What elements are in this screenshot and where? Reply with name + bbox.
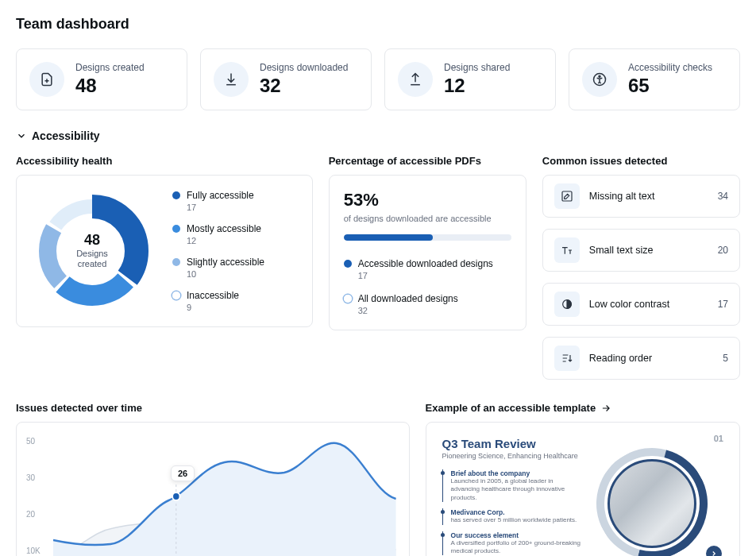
legend-ring-icon [172, 292, 180, 299]
stat-value: 65 [628, 75, 712, 97]
contrast-icon [554, 292, 580, 317]
legend-dot-icon [344, 260, 352, 268]
timeline-title: Issues detected over time [16, 402, 410, 414]
accessibility-icon [582, 62, 617, 97]
template-bullet: Our success element A diversified portfo… [442, 531, 584, 556]
legend-dot-icon [172, 225, 180, 233]
health-card: 48 Designscreated Fully accessible 17 Mo… [16, 175, 313, 327]
section-accessibility-toggle[interactable]: Accessibility [16, 129, 740, 142]
stats-row: Designs created 48 Designs downloaded 32… [16, 48, 740, 110]
upload-icon [398, 62, 433, 97]
pdf-title: Percentage of accessible PDFs [329, 155, 526, 167]
donut-chart: 48 Designscreated [31, 190, 153, 312]
pdf-progress [344, 234, 511, 241]
stat-card-designs-shared[interactable]: Designs shared 12 [384, 48, 556, 110]
chart-tooltip: 26 [171, 465, 195, 481]
stat-card-designs-downloaded[interactable]: Designs downloaded 32 [200, 48, 372, 110]
stat-label: Accessibility checks [628, 62, 712, 73]
edit-icon [554, 183, 580, 209]
health-legend: Fully accessible 17 Mostly accessible 12… [172, 190, 264, 312]
issue-item-small-text[interactable]: Small text size 20 [542, 229, 740, 272]
stat-card-designs-created[interactable]: Designs created 48 [16, 48, 187, 110]
legend-item: Mostly accessible 12 [172, 223, 264, 245]
ordering-icon [554, 346, 580, 371]
svg-point-9 [172, 492, 179, 500]
issues-title: Common issues detected [542, 155, 740, 167]
stat-card-accessibility-checks[interactable]: Accessibility checks 65 [569, 48, 740, 110]
template-preview[interactable]: Q3 Team Review Pioneering Science, Enhan… [426, 422, 740, 556]
pdf-card: 53% of designs downloaded are accessible… [329, 175, 526, 330]
arrow-right-icon [600, 403, 611, 414]
timeline-chart: 50 30 20 10K 26 JAN FEB MAR [16, 422, 410, 556]
stat-value: 48 [75, 75, 145, 97]
stat-value: 32 [260, 75, 348, 97]
template-image-frame [576, 427, 727, 556]
svg-rect-6 [562, 191, 572, 201]
svg-point-1 [599, 75, 600, 77]
legend-dot-icon [172, 191, 180, 199]
legend-item: Fully accessible 17 [172, 190, 264, 212]
legend-item: Slightly accessible 10 [172, 257, 264, 279]
stat-value: 12 [444, 75, 510, 97]
stat-label: Designs downloaded [260, 62, 348, 73]
issue-item-contrast[interactable]: Low color contrast 17 [542, 283, 740, 326]
stat-label: Designs created [75, 62, 145, 73]
issue-item-reading-order[interactable]: Reading order 5 [542, 337, 740, 380]
section-title: Accessibility [32, 129, 100, 142]
stat-label: Designs shared [444, 62, 510, 73]
download-icon [214, 62, 249, 97]
text-size-icon [554, 237, 580, 263]
template-link[interactable]: Example of an accessible template [426, 402, 740, 414]
template-heading: Q3 Team Review [442, 437, 584, 450]
legend-item: Inaccessible 9 [172, 290, 264, 312]
issue-item-missing-alt[interactable]: Missing alt text 34 [542, 175, 740, 218]
template-subheading: Pioneering Science, Enhancing Healthcare [442, 452, 584, 460]
legend-item: All downloaded designs 32 [344, 293, 511, 315]
template-next-button[interactable] [706, 546, 722, 556]
issues-list: Missing alt text 34 Small text size 20 L… [542, 175, 740, 380]
donut-center-label: Designscreated [76, 249, 108, 269]
pdf-subtitle: of designs downloaded are accessible [344, 214, 511, 223]
legend-dot-icon [172, 258, 180, 266]
chevron-down-icon [16, 130, 27, 141]
legend-item: Accessible downloaded designs 17 [344, 258, 511, 280]
page-title: Team dashboard [16, 16, 740, 33]
health-title: Accessibility health [16, 155, 313, 167]
template-page-num: 01 [714, 434, 723, 443]
legend-ring-icon [344, 295, 352, 303]
chevron-right-icon [710, 550, 718, 556]
pdf-percent: 53% [344, 190, 511, 210]
file-plus-icon [29, 62, 64, 97]
template-image [608, 459, 696, 548]
template-bullet: Medivance Corp. has served over 5 millio… [442, 508, 584, 524]
template-bullet: Brief about the company Launched in 2005… [442, 469, 584, 502]
donut-center-value: 48 [76, 232, 108, 249]
